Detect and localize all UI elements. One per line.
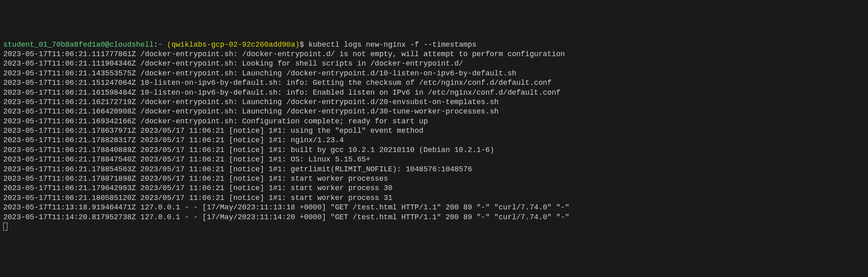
terminal-output[interactable]: student_01_70b8a8fed1a0@cloudshell:~ (qw… (3, 40, 865, 232)
command-text: kubectl logs new-nginx -f --timestamps (308, 41, 476, 49)
cursor-icon (3, 223, 7, 231)
prompt-project-close: ) (295, 41, 300, 49)
prompt-line: student_01_70b8a8fed1a0@cloudshell:~ (qw… (3, 41, 477, 49)
prompt-project-open: ( (163, 41, 172, 49)
log-output: 2023-05-17T11:06:21.111777861Z /docker-e… (3, 50, 865, 222)
prompt-user: student_01_70b8a8fed1a0@cloudshell (3, 41, 154, 49)
prompt-path: ~ (158, 41, 163, 49)
prompt-separator: : (154, 41, 158, 49)
prompt-project: qwiklabs-gcp-02-92c260add90a (172, 41, 295, 49)
prompt-dollar: $ (300, 41, 309, 49)
